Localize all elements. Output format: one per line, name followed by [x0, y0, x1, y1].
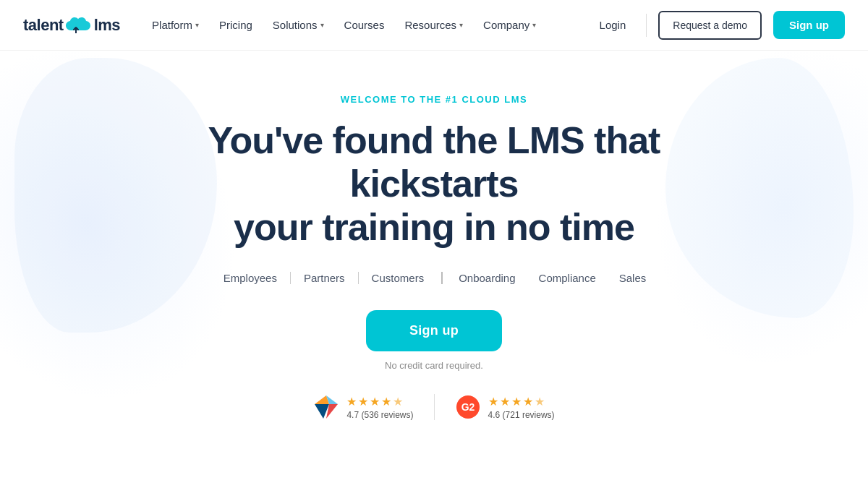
pill-employees[interactable]: Employees — [210, 272, 291, 284]
logo-text-part2: lms — [94, 16, 120, 35]
pill-sales[interactable]: Sales — [608, 272, 658, 284]
nav-actions: Login Request a demo Sign up — [591, 11, 845, 40]
capterra-score-text: 4.7 (536 reviews) — [346, 410, 413, 420]
g2-rating: G2 ★ ★ ★ ★ ★ 4.6 (721 reviews) — [434, 394, 575, 420]
main-content: WELCOME TO THE #1 CLOUD LMS You've found… — [0, 51, 868, 420]
nav-item-company[interactable]: Company ▾ — [475, 13, 545, 37]
welcome-badge: WELCOME TO THE #1 CLOUD LMS — [341, 94, 527, 105]
svg-text:G2: G2 — [461, 401, 475, 413]
pill-compliance[interactable]: Compliance — [527, 272, 608, 284]
g2-stars: ★ ★ ★ ★ ★ — [488, 395, 545, 408]
logo-cloud-icon — [65, 17, 93, 33]
navbar: talent lms Platform ▾ Pricing Solutions … — [0, 0, 868, 51]
chevron-down-icon: ▾ — [459, 21, 463, 29]
capterra-rating: ★ ★ ★ ★ ★ 4.7 (536 reviews) — [293, 394, 433, 420]
pill-onboarding[interactable]: Onboarding — [447, 272, 527, 284]
login-button[interactable]: Login — [591, 13, 635, 37]
ratings-row: ★ ★ ★ ★ ★ 4.7 (536 reviews) G2 — [293, 394, 574, 420]
nav-item-platform[interactable]: Platform ▾ — [143, 13, 208, 37]
g2-icon: G2 — [455, 394, 481, 420]
pill-group-2: Onboarding Compliance Sales — [441, 272, 658, 284]
capterra-stars: ★ ★ ★ ★ ★ — [346, 395, 403, 408]
capterra-icon — [313, 394, 339, 420]
chevron-down-icon: ▾ — [532, 21, 536, 29]
capterra-rating-info: ★ ★ ★ ★ ★ 4.7 (536 reviews) — [346, 395, 413, 420]
nav-item-courses[interactable]: Courses — [336, 13, 393, 37]
nav-item-pricing[interactable]: Pricing — [210, 13, 261, 37]
nav-divider — [646, 14, 647, 37]
nav-item-resources[interactable]: Resources ▾ — [396, 13, 472, 37]
g2-score-text: 4.6 (721 reviews) — [488, 410, 555, 420]
request-demo-button[interactable]: Request a demo — [658, 11, 762, 40]
signup-main-button[interactable]: Sign up — [366, 310, 502, 351]
pill-group-1: Employees Partners Customers — [210, 272, 437, 284]
chevron-down-icon: ▾ — [320, 21, 324, 29]
nav-item-solutions[interactable]: Solutions ▾ — [264, 13, 333, 37]
pill-customers[interactable]: Customers — [359, 272, 438, 284]
pill-partners[interactable]: Partners — [291, 272, 359, 284]
g2-rating-info: ★ ★ ★ ★ ★ 4.6 (721 reviews) — [488, 395, 555, 420]
hero-title: You've found the LMS that kickstarts you… — [152, 119, 716, 249]
category-pills: Employees Partners Customers Onboarding … — [210, 272, 658, 284]
no-cc-text: No credit card required. — [385, 360, 483, 371]
logo-text-part1: talent — [23, 16, 64, 35]
signup-nav-button[interactable]: Sign up — [773, 11, 845, 39]
logo[interactable]: talent lms — [23, 16, 120, 35]
nav-links: Platform ▾ Pricing Solutions ▾ Courses R… — [143, 13, 590, 37]
chevron-down-icon: ▾ — [195, 21, 199, 29]
